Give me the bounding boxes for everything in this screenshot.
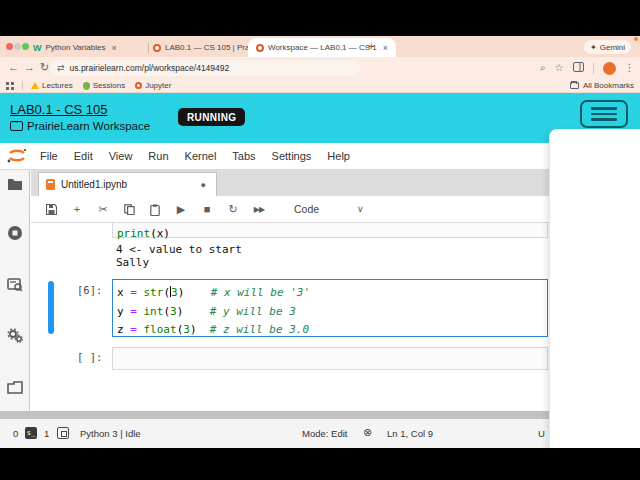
extensions-gear-icon[interactable] [7, 328, 23, 344]
side-panel-icon[interactable] [573, 62, 584, 74]
save-icon[interactable] [38, 203, 64, 216]
prairielearn-favicon [256, 44, 264, 52]
gemini-button[interactable]: ✦ Gemini [584, 40, 631, 54]
copy-cell-icon[interactable] [116, 203, 142, 216]
code-line: z = float(3) # z will be 3.0 [117, 323, 309, 336]
close-icon[interactable]: × [383, 43, 388, 53]
restart-kernel-icon[interactable]: ↻ [220, 203, 246, 216]
browser-menu-icon[interactable]: ⋮ [625, 63, 635, 73]
selected-cell-indicator [48, 281, 54, 334]
menu-edit[interactable]: Edit [66, 150, 101, 162]
unsaved-changes-dot: ● [201, 180, 206, 190]
code-token: (x) [150, 227, 170, 240]
chevron-down-icon[interactable]: ∨ [357, 204, 364, 214]
terminal-icon: s_ [25, 427, 37, 439]
notification-dot [634, 37, 638, 41]
terminals-count: 0 [13, 428, 18, 439]
notebook-tab-title: Untitled1.ipynb [61, 179, 127, 190]
forward-icon[interactable]: → [24, 61, 35, 73]
macos-minimize-button[interactable] [14, 43, 21, 50]
notifications-icon[interactable]: ⊗ [363, 426, 372, 439]
zoom-icon[interactable]: ⌕ [540, 63, 546, 73]
screen: W Python Variables × LAB0.1 — CS 105 | P… [0, 0, 640, 480]
bookmark-lectures[interactable]: Lectures [31, 81, 73, 90]
browser-tab-python-variables[interactable]: W Python Variables × [33, 38, 117, 57]
resize-strip[interactable] [0, 411, 640, 419]
bookmark-sessions[interactable]: Sessions [83, 81, 125, 90]
menu-file[interactable]: File [32, 150, 66, 162]
bookmark-star-icon[interactable]: ☆ [555, 63, 564, 73]
code-cell-partial[interactable]: print(x) [112, 223, 548, 238]
kernel-status[interactable]: Python 3 | Idle [80, 428, 141, 439]
back-icon[interactable]: ← [8, 61, 19, 73]
menu-view[interactable]: View [101, 150, 141, 162]
tab-divider [148, 43, 149, 53]
cell-input-prompt: [6]: [77, 284, 102, 296]
workspace-header: LAB0.1 - CS 105 PrairieLearn Workspace R… [0, 93, 640, 143]
code-cell-editor[interactable]: x = str(3) # x will be '3' y = int(3) # … [112, 279, 548, 337]
menu-run[interactable]: Run [140, 150, 176, 162]
file-browser-icon[interactable] [7, 177, 23, 193]
letterbox-bottom [0, 448, 640, 480]
gemini-label: Gemini [600, 43, 625, 52]
status-badge: RUNNING [178, 108, 245, 126]
sessions-icon [83, 82, 90, 90]
jupyter-menubar: File Edit View Run Kernel Tabs Settings … [0, 143, 640, 170]
laptop-icon [10, 121, 23, 131]
property-inspector-icon[interactable] [7, 278, 23, 294]
all-bookmarks-label: All Bookmarks [583, 81, 634, 90]
running-kernels-icon[interactable] [7, 225, 23, 241]
cut-cell-icon[interactable]: ✂ [90, 203, 116, 216]
run-cell-icon[interactable]: ▶ [168, 203, 194, 216]
code-line: y = int(3) # y will be 3 [117, 305, 296, 318]
tab-title: Python Variables [46, 43, 106, 52]
restart-run-all-icon[interactable]: ▶▶ [246, 205, 272, 214]
bookmarks-bar: Lectures Sessions Jupyter All Bookmarks [0, 79, 640, 93]
prairielearn-favicon [153, 44, 161, 52]
reload-icon[interactable]: ↻ [40, 61, 49, 74]
code-token: print [117, 227, 150, 240]
w-favicon: W [33, 43, 42, 53]
cell-input-prompt: [ ]: [77, 351, 102, 363]
sparkle-icon: ✦ [590, 43, 597, 52]
cursor-position[interactable]: Ln 1, Col 9 [387, 428, 433, 439]
status-bar: 0 s_ 1 Python 3 | Idle Mode: Edit ⊗ Ln 1… [0, 419, 640, 448]
tab-title: Workspace — LAB0.1 — CS 1 [268, 43, 377, 52]
hamburger-dropdown-panel[interactable] [549, 129, 640, 448]
close-icon[interactable]: × [111, 43, 116, 53]
url-text: us.prairielearn.com/pl/workspace/4149492 [70, 63, 230, 73]
bookmark-jupyter[interactable]: Jupyter [135, 81, 171, 90]
toolbar-divider [593, 63, 594, 74]
site-info-icon[interactable]: ⇄ [57, 63, 65, 73]
notebook-file-icon [46, 179, 55, 190]
bookmark-label: Sessions [93, 81, 125, 90]
profile-avatar[interactable] [603, 62, 616, 75]
kernel-chip-icon [57, 427, 69, 439]
empty-code-cell[interactable] [112, 347, 548, 370]
macos-zoom-button[interactable] [22, 43, 29, 50]
open-tabs-icon[interactable] [7, 380, 23, 396]
cell-type-dropdown[interactable]: Code [294, 203, 319, 215]
add-cell-icon[interactable]: + [64, 203, 90, 215]
folder-icon [570, 82, 579, 89]
bookmarks-divider [22, 81, 23, 90]
hamburger-menu-button[interactable] [580, 100, 628, 128]
workspace-title-link[interactable]: LAB0.1 - CS 105 [10, 102, 108, 117]
macos-close-button[interactable] [6, 43, 13, 50]
address-bar[interactable]: ⇄ us.prairielearn.com/pl/workspace/41494… [50, 60, 360, 76]
kernels-count: 1 [44, 428, 49, 439]
menu-tabs[interactable]: Tabs [224, 150, 263, 162]
drive-icon [31, 82, 39, 89]
status-filename-truncated: U [538, 428, 545, 439]
paste-cell-icon[interactable] [142, 202, 168, 215]
menu-help[interactable]: Help [319, 150, 358, 162]
editor-mode[interactable]: Mode: Edit [302, 428, 347, 439]
menu-settings[interactable]: Settings [264, 150, 320, 162]
all-bookmarks-button[interactable]: All Bookmarks [570, 81, 634, 90]
apps-grid-icon[interactable] [6, 82, 14, 90]
new-tab-button[interactable]: + [368, 40, 374, 52]
menu-kernel[interactable]: Kernel [177, 150, 225, 162]
stop-kernel-icon[interactable]: ■ [194, 203, 220, 215]
notebook-tab[interactable]: Untitled1.ipynb ● [38, 172, 217, 196]
bookmark-label: Jupyter [145, 81, 171, 90]
